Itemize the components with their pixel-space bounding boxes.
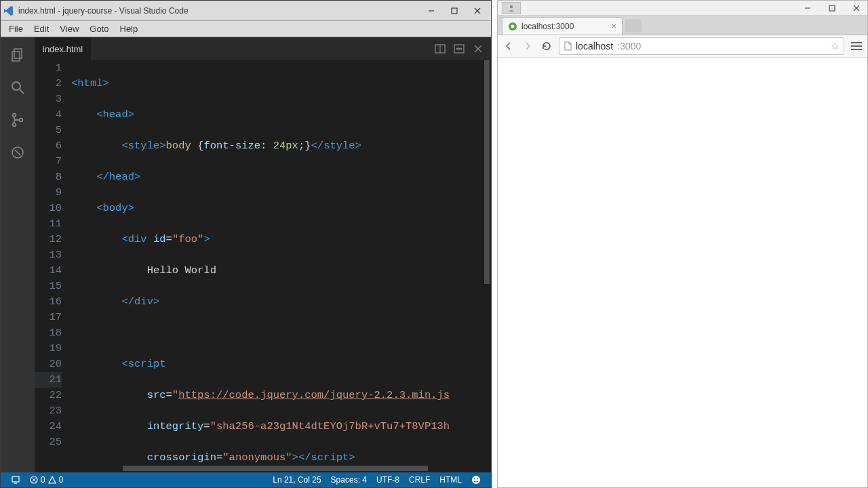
menu-goto[interactable]: Goto [84, 22, 114, 35]
chrome-minimize-button[interactable] [801, 3, 814, 14]
back-button[interactable] [502, 39, 515, 53]
code-text-hello: Hello World [147, 264, 216, 277]
svg-point-9 [13, 123, 16, 127]
menu-file[interactable]: File [3, 22, 28, 35]
reload-button[interactable] [540, 39, 553, 53]
code-editor[interactable]: 1234567891011121314151617181920212223242… [35, 60, 491, 464]
status-problems[interactable]: 0 0 [25, 475, 68, 485]
chrome-new-tab-button[interactable] [625, 19, 642, 33]
editor-tab-index-html[interactable]: index.html [35, 37, 92, 60]
svg-rect-31 [829, 5, 835, 11]
svg-point-6 [12, 82, 20, 90]
maximize-button[interactable] [448, 4, 461, 18]
minimize-button[interactable] [425, 4, 438, 18]
explorer-icon[interactable] [8, 45, 27, 64]
close-button[interactable] [471, 4, 484, 18]
status-encoding[interactable]: UTF-8 [372, 475, 404, 485]
chrome-window: localhost:3000 × localhost:3000 ☆ [497, 0, 868, 488]
editor-vertical-scrollbar[interactable] [483, 60, 491, 464]
editor-horizontal-scrollbar[interactable] [71, 464, 491, 472]
svg-line-12 [15, 150, 20, 155]
vscode-window: index.html - jquery-course - Visual Stud… [0, 0, 492, 488]
page-icon [564, 41, 572, 51]
svg-point-28 [477, 479, 478, 480]
chrome-toolbar: localhost:3000 ☆ [498, 35, 867, 58]
status-cursor-pos[interactable]: Ln 21, Col 25 [268, 475, 326, 485]
status-eol[interactable]: CRLF [404, 475, 435, 485]
debug-icon[interactable] [8, 143, 27, 162]
svg-rect-5 [12, 52, 20, 61]
vscode-body: index.html 12345678910111213141516171819… [1, 37, 491, 472]
vscode-logo-icon [3, 5, 14, 16]
vscode-window-title: index.html - jquery-course - Visual Stud… [18, 6, 425, 16]
svg-point-29 [510, 5, 513, 7]
code-jquery-url: https://code.jquery.com/jquery-2.2.3.min… [178, 389, 450, 401]
svg-rect-1 [452, 8, 457, 14]
editor-tab-actions [434, 37, 491, 60]
chrome-titlebar [498, 1, 867, 16]
status-remote-icon[interactable] [6, 475, 25, 485]
code-crossorigin: anonymous [229, 451, 286, 464]
svg-rect-4 [14, 49, 22, 58]
bookmark-star-icon[interactable]: ☆ [831, 41, 840, 52]
code-content[interactable]: <html> <head> <style>body {font-size: 24… [71, 60, 491, 464]
vscode-window-controls [425, 4, 488, 18]
vscode-menubar: File Edit View Goto Help [1, 21, 491, 37]
editor-tab-label: index.html [43, 44, 83, 54]
favicon-icon [508, 22, 517, 31]
address-bar[interactable]: localhost:3000 ☆ [559, 37, 844, 55]
activity-bar [1, 37, 35, 472]
chrome-close-button[interactable] [850, 3, 863, 14]
url-port: :3000 [617, 41, 641, 52]
more-actions-icon[interactable] [453, 43, 465, 55]
editor-group: index.html 12345678910111213141516171819… [35, 37, 491, 472]
svg-point-26 [472, 476, 480, 484]
chrome-tab-close-icon[interactable]: × [611, 21, 616, 31]
svg-point-27 [474, 479, 475, 480]
status-feedback-icon[interactable] [467, 475, 486, 485]
svg-point-18 [460, 48, 462, 49]
code-integrity: sha256-a23g1Nt4dtEYOj7bR+vTu7+T8VP13h [216, 420, 450, 432]
git-icon[interactable] [8, 110, 27, 129]
svg-point-17 [458, 48, 460, 49]
forward-button[interactable] [521, 39, 534, 53]
chrome-user-icon[interactable] [502, 2, 521, 14]
chrome-tab-title: localhost:3000 [521, 22, 574, 31]
chrome-page-content [498, 58, 867, 487]
status-language[interactable]: HTML [435, 475, 467, 485]
line-number-gutter: 1234567891011121314151617181920212223242… [35, 60, 71, 464]
svg-point-8 [13, 114, 16, 117]
menu-view[interactable]: View [54, 22, 84, 35]
svg-point-10 [20, 119, 23, 122]
chrome-tab-localhost[interactable]: localhost:3000 × [502, 17, 623, 35]
chrome-menu-button[interactable] [850, 39, 863, 53]
svg-line-7 [20, 89, 24, 94]
chrome-tabstrip: localhost:3000 × [498, 16, 867, 35]
close-editor-icon[interactable] [472, 43, 484, 55]
svg-point-35 [511, 24, 515, 28]
chrome-maximize-button[interactable] [825, 3, 839, 14]
svg-rect-21 [12, 476, 19, 482]
editor-tabbar: index.html [35, 37, 491, 60]
split-editor-icon[interactable] [434, 43, 446, 55]
status-bar: 0 0 Ln 21, Col 25 Spaces: 4 UTF-8 CRLF H… [1, 472, 491, 487]
vscode-titlebar: index.html - jquery-course - Visual Stud… [1, 1, 491, 21]
url-host: localhost [576, 41, 613, 52]
menu-help[interactable]: Help [115, 22, 144, 35]
search-icon[interactable] [8, 78, 27, 97]
status-indent[interactable]: Spaces: 4 [326, 475, 372, 485]
menu-edit[interactable]: Edit [28, 22, 54, 35]
svg-point-16 [456, 48, 458, 49]
